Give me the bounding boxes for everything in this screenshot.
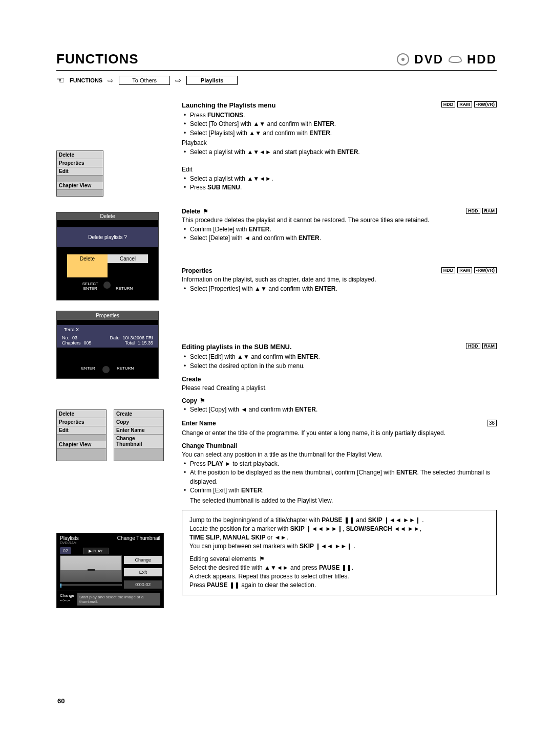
dialog-message: Delete playlists ? bbox=[57, 227, 158, 247]
step: Select the desired option in the sub men… bbox=[182, 362, 497, 371]
dialog-title: Delete bbox=[57, 212, 158, 220]
properties-panel: Properties Terra X No. 03 Date 10/ 3/200… bbox=[56, 311, 159, 379]
tag-hdd: HDD bbox=[466, 208, 480, 214]
prop-ch-value: 005 bbox=[84, 340, 92, 345]
step: Press SUB MENU. bbox=[182, 183, 497, 192]
note-line: You can jump between set markers with SK… bbox=[189, 542, 489, 550]
arrow-icon: ⇨ bbox=[108, 76, 114, 84]
thumb-hdr-right: Change Thumbnail bbox=[117, 535, 160, 541]
hint-time-label: --:--.-- bbox=[60, 598, 74, 602]
note-line: Locate the position for a marker with SK… bbox=[189, 525, 489, 533]
select-label: SELECT bbox=[82, 282, 98, 286]
thumbnail-progress[interactable] bbox=[60, 584, 122, 586]
right-column: HDD RAM -RW(VR) Launching the Playlists … bbox=[182, 101, 497, 610]
thumb-exit-button[interactable]: Exit bbox=[124, 568, 162, 576]
sub-playback: Playback bbox=[182, 139, 497, 147]
menu-item-properties[interactable]: Properties bbox=[57, 159, 103, 167]
h-change-thumb: Change Thumbnail bbox=[182, 442, 497, 449]
enter-label: ENTER bbox=[81, 366, 95, 373]
note-line: Select the desired title with ▲▼◄► and p… bbox=[189, 564, 489, 572]
tag-hdd: HDD bbox=[466, 343, 480, 349]
prop-no-label: No. bbox=[62, 335, 69, 340]
section-delete: HDD RAM Delete This procedure deletes th… bbox=[182, 208, 497, 244]
note-line: Press PAUSE ❚❚ again to clear the select… bbox=[189, 581, 489, 589]
note-line: Editing several elements bbox=[189, 555, 489, 563]
p-ct4: The selected thumbnail is added to the P… bbox=[182, 496, 497, 505]
step: Select [To Others] with ▲▼ and confirm w… bbox=[182, 120, 497, 128]
joystick-icon bbox=[102, 366, 110, 373]
arrow-icon: ⇨ bbox=[175, 76, 181, 84]
hint-change-label: Change bbox=[60, 593, 74, 598]
p-create: Please read Creating a playlist. bbox=[182, 384, 497, 392]
thumb-play-label: ▶ PLAY bbox=[83, 548, 109, 554]
hand-icon: ☞ bbox=[56, 75, 65, 86]
page-number: 60 bbox=[57, 697, 65, 705]
step: Select a playlist with ▲▼◄►. bbox=[182, 175, 497, 183]
menu-item-delete[interactable]: Delete bbox=[57, 410, 106, 418]
change-thumbnail-panel: Playlists DVD-RAM Change Thumbnail 02 ▶ … bbox=[56, 533, 164, 608]
enter-label: ENTER bbox=[83, 286, 97, 291]
menu-item-delete[interactable]: Delete bbox=[57, 151, 103, 159]
p-enter-name: Change or enter the title of the program… bbox=[182, 429, 497, 437]
step: Select [Properties] with ▲▼ and confirm … bbox=[182, 285, 497, 293]
menu-item-edit[interactable]: Edit bbox=[57, 167, 103, 176]
note-line: TIME SLIP, MANUAL SKIP or ◄►. bbox=[189, 533, 489, 542]
menu-item-properties[interactable]: Properties bbox=[57, 418, 106, 426]
menu-item-enter-name[interactable]: Enter Name bbox=[114, 426, 163, 435]
thumb-time: 0:00.02 bbox=[124, 580, 162, 589]
step: Confirm [Delete] with ENTER. bbox=[182, 225, 497, 234]
tag-ram: RAM bbox=[482, 208, 497, 214]
return-label: RETURN bbox=[116, 286, 133, 291]
tag-rwvr: -RW(VR) bbox=[474, 101, 497, 107]
delete-dialog: Delete Delete playlists ? Delete Cancel … bbox=[56, 212, 159, 300]
prop-ch-label: Chapters bbox=[62, 340, 81, 345]
menu-item-chapter-view[interactable]: Chapter View bbox=[57, 182, 103, 190]
menu-item-create[interactable]: Create bbox=[114, 410, 163, 418]
page-title: FUNCTIONS bbox=[56, 51, 139, 67]
step: Press FUNCTIONS. bbox=[182, 111, 497, 120]
step: Press PLAY ► to start playback. bbox=[182, 460, 497, 468]
properties-title: Properties bbox=[57, 311, 158, 320]
thumb-change-button[interactable]: Change bbox=[124, 556, 162, 564]
note-box: Jump to the beginning/end of a title/cha… bbox=[182, 510, 497, 596]
menu-item-copy[interactable]: Copy bbox=[114, 418, 163, 426]
context-menu-2a: Delete Properties Edit Chapter View bbox=[56, 409, 107, 461]
page-ref-36: 36 bbox=[487, 420, 497, 426]
h-create: Create bbox=[182, 376, 497, 383]
dvd-label: DVD bbox=[414, 52, 443, 67]
h-editing: Editing playlists in the SUB MENU. bbox=[182, 343, 497, 351]
context-menu-1: Delete Properties Edit Chapter View bbox=[56, 150, 103, 197]
section-properties: HDD RAM -RW(VR) Properties Information o… bbox=[182, 267, 497, 295]
tag-rwvr: -RW(VR) bbox=[474, 267, 497, 273]
dialog-delete-button[interactable]: Delete bbox=[67, 254, 108, 277]
context-menu-2b: Create Copy Enter Name Change Thumbnail bbox=[114, 409, 164, 461]
thumb-hdr-left: Playlists bbox=[60, 535, 79, 541]
h-delete: Delete bbox=[182, 208, 497, 215]
breadcrumb: ☞ FUNCTIONS ⇨ To Others ⇨ Playlists bbox=[56, 75, 497, 86]
tag-ram: RAM bbox=[457, 101, 472, 107]
menu-item-chapter-view[interactable]: Chapter View bbox=[57, 441, 106, 449]
dialog-cancel-button[interactable]: Cancel bbox=[108, 254, 148, 263]
menu-item-edit[interactable]: Edit bbox=[57, 426, 106, 435]
hdd-icon bbox=[449, 56, 462, 63]
step: Select [Copy] with ◄ and confirm with EN… bbox=[182, 405, 497, 414]
menu-item-change-thumbnail[interactable]: Change Thumbnail bbox=[114, 435, 163, 448]
tag-hdd: HDD bbox=[441, 101, 456, 107]
note-line: Jump to the beginning/end of a title/cha… bbox=[189, 516, 489, 524]
prop-name: Terra X bbox=[62, 327, 153, 332]
h-enter-name: Enter Name bbox=[182, 420, 497, 427]
section-launching: HDD RAM -RW(VR) Launching the Playlists … bbox=[182, 101, 497, 193]
prop-date-label: Date bbox=[110, 335, 119, 340]
step: Select a playlist with ▲▼◄► and start pl… bbox=[182, 148, 497, 157]
context-menu-pair: Delete Properties Edit Chapter View Crea… bbox=[56, 409, 164, 461]
left-column: Delete Properties Edit Chapter View Dele… bbox=[56, 101, 164, 610]
crumb-step2: Playlists bbox=[186, 76, 238, 85]
hint-desc: Start play and select the image of a thu… bbox=[77, 593, 160, 606]
header-rule bbox=[56, 70, 497, 71]
prop-date-value: 10/ 3/2006 FRI bbox=[122, 335, 153, 340]
tag-ram: RAM bbox=[457, 267, 472, 273]
return-label: RETURN bbox=[117, 366, 134, 373]
prop-no-value: 03 bbox=[72, 335, 77, 340]
thumb-badge: 02 bbox=[60, 547, 71, 554]
dialog-footer: SELECTENTER RETURN bbox=[57, 282, 158, 291]
